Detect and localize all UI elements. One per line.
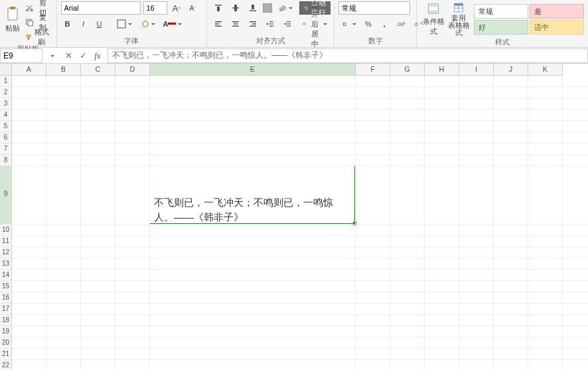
col-header-I[interactable]: I — [459, 64, 494, 76]
row-header-8[interactable]: 8 — [0, 155, 12, 166]
row-header-20[interactable]: 20 — [0, 337, 12, 349]
svg-rect-17 — [215, 21, 222, 23]
row-header-1[interactable]: 1 — [0, 76, 12, 87]
indent-icon — [283, 19, 292, 29]
border-button[interactable] — [114, 17, 135, 31]
cancel-fx-button[interactable]: ✕ — [61, 48, 76, 63]
col-header-F[interactable]: F — [356, 64, 390, 76]
accept-fx-button[interactable]: ✓ — [76, 48, 90, 63]
name-box[interactable] — [0, 48, 42, 63]
align-bottom-icon — [248, 3, 257, 13]
align-left-button[interactable] — [211, 17, 226, 31]
italic-button[interactable]: I — [77, 17, 90, 31]
increase-decimal-button[interactable]: .00 — [394, 17, 408, 31]
percent-button[interactable]: % — [362, 17, 375, 31]
row-header-21[interactable]: 21 — [0, 349, 12, 360]
merge-center-button[interactable]: 合并后居中 — [299, 17, 331, 31]
cells[interactable]: 不飞则已，一飞冲天；不鸣则已，一鸣惊人。——《韩非子》 — [12, 76, 588, 370]
cond-format-label: 条件格式 — [421, 17, 445, 37]
decrease-font-button[interactable]: Aˇ — [186, 1, 199, 15]
col-header-G[interactable]: G — [390, 64, 425, 76]
align-center-button[interactable] — [228, 17, 243, 31]
align-bottom-button[interactable] — [246, 1, 260, 15]
svg-rect-24 — [252, 23, 256, 25]
row-header-17[interactable]: 17 — [0, 304, 12, 315]
col-header-J[interactable]: J — [494, 64, 528, 76]
row-header-9[interactable]: 9 — [0, 166, 12, 225]
select-all-corner[interactable] — [0, 64, 12, 76]
col-header-K[interactable]: K — [528, 64, 563, 76]
row-header-2[interactable]: 2 — [0, 87, 12, 98]
row-header-15[interactable]: 15 — [0, 281, 12, 292]
col-header-A[interactable]: A — [12, 64, 46, 76]
increase-indent-button[interactable] — [280, 17, 295, 31]
svg-rect-29 — [287, 21, 291, 22]
underline-button[interactable]: U — [93, 17, 106, 31]
bold-button[interactable]: B — [61, 17, 74, 31]
row-header-3[interactable]: 3 — [0, 98, 12, 110]
border-icon — [117, 19, 126, 29]
row-header-18[interactable]: 18 — [0, 315, 12, 326]
fill-color-button[interactable] — [137, 17, 158, 31]
row-header-22[interactable]: 22 — [0, 360, 12, 370]
font-size-input[interactable] — [143, 1, 167, 15]
align-top-button[interactable] — [211, 1, 226, 15]
row-header-13[interactable]: 13 — [0, 258, 12, 270]
svg-rect-20 — [232, 21, 239, 23]
align-right-button[interactable] — [246, 17, 260, 31]
conditional-format-button[interactable]: 条件格式 — [421, 1, 446, 37]
row-header-14[interactable]: 14 — [0, 270, 12, 281]
col-header-E[interactable]: E — [150, 64, 356, 76]
style-bad[interactable]: 差 — [530, 4, 584, 19]
formula-input[interactable] — [108, 48, 588, 63]
comma-button[interactable]: , — [378, 17, 391, 31]
format-painter-button[interactable]: 格式刷 — [23, 31, 52, 44]
sheet-area[interactable]: ABCDEFGHIJK 1234567891011121314151617181… — [0, 64, 588, 370]
name-box-dropdown[interactable] — [44, 48, 58, 63]
font-color-button[interactable]: A — [161, 17, 185, 31]
row-header-12[interactable]: 12 — [0, 247, 12, 258]
svg-text:ab: ab — [278, 3, 287, 13]
copy-icon — [25, 18, 34, 27]
orientation-button[interactable]: ab — [275, 1, 295, 15]
row-header-6[interactable]: 6 — [0, 132, 12, 143]
style-medium-label: 适中 — [534, 23, 549, 33]
group-align: ab 自动换行 合并后居中 — [207, 0, 334, 47]
col-header-B[interactable]: B — [46, 64, 81, 76]
brush-icon — [25, 33, 32, 42]
row-header-4[interactable]: 4 — [0, 110, 12, 121]
inc-dec-icon: .00 — [396, 19, 405, 29]
style-normal[interactable]: 常规 — [474, 4, 528, 19]
svg-rect-11 — [217, 7, 220, 11]
group-font: A^ Aˇ B I U A 字体 — [57, 0, 208, 47]
decrease-indent-button[interactable] — [263, 17, 277, 31]
increase-font-button[interactable]: A^ — [170, 1, 183, 15]
group-label-styles: 样式 — [421, 37, 584, 48]
svg-rect-26 — [269, 21, 273, 22]
col-header-H[interactable]: H — [425, 64, 459, 76]
active-cell[interactable]: 不飞则已，一飞冲天；不鸣则已，一鸣惊人。——《韩非子》 — [149, 165, 355, 224]
row-header-19[interactable]: 19 — [0, 326, 12, 337]
svg-rect-14 — [250, 11, 256, 12]
svg-rect-19 — [215, 26, 222, 27]
group-label-font: 字体 — [61, 36, 203, 47]
row-header-11[interactable]: 11 — [0, 236, 12, 247]
row-header-10[interactable]: 10 — [0, 225, 12, 236]
table-format-button[interactable]: 套用 表格格式 — [446, 1, 471, 37]
row-header-5[interactable]: 5 — [0, 121, 12, 132]
style-good[interactable]: 好 — [474, 20, 528, 35]
fx-button[interactable]: fx — [90, 48, 105, 63]
paste-button[interactable]: 粘贴 — [4, 1, 21, 37]
col-header-D[interactable]: D — [115, 64, 150, 76]
orientation-icon: ab — [277, 3, 287, 13]
svg-rect-22 — [232, 26, 239, 27]
currency-button[interactable]: ¤ — [338, 17, 359, 31]
align-middle-button[interactable] — [228, 1, 243, 15]
number-format-select[interactable] — [338, 1, 410, 15]
col-header-C[interactable]: C — [81, 64, 115, 76]
row-header-7[interactable]: 7 — [0, 143, 12, 155]
row-header-16[interactable]: 16 — [0, 292, 12, 304]
style-medium[interactable]: 适中 — [530, 20, 584, 35]
font-name-input[interactable] — [61, 1, 141, 15]
paste-label: 粘贴 — [5, 23, 20, 33]
